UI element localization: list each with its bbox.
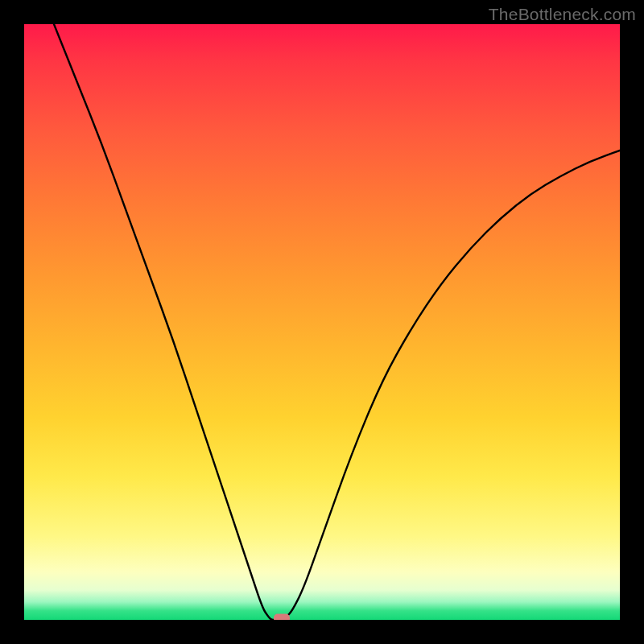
optimal-marker	[274, 613, 290, 620]
bottleneck-curve	[54, 24, 620, 620]
curve-svg	[24, 24, 620, 620]
watermark-text: TheBottleneck.com	[489, 5, 636, 24]
plot-area	[24, 24, 620, 620]
